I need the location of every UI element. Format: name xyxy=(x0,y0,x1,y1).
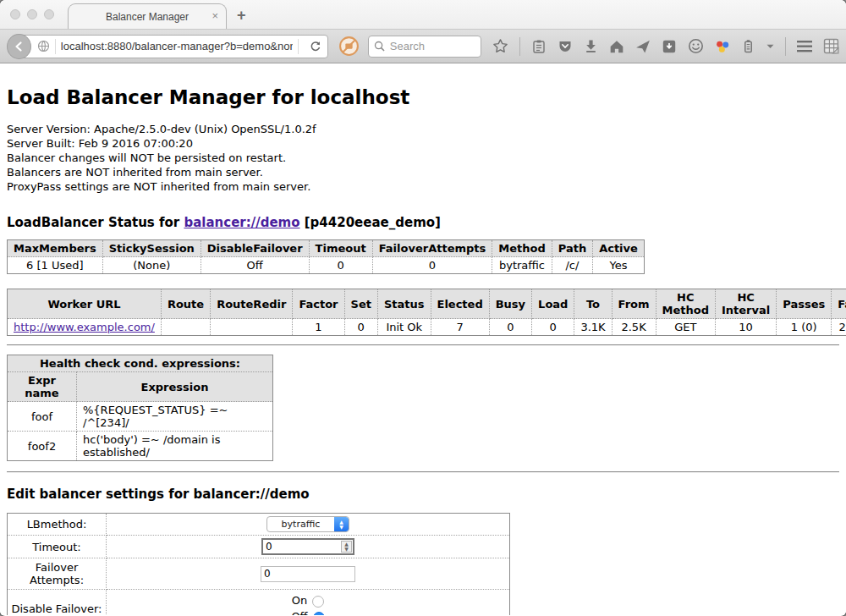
window-controls xyxy=(10,9,54,19)
lbmethod-label: LBmethod: xyxy=(8,514,107,536)
column-header: DisableFailover xyxy=(201,240,309,257)
radio-off-label: Off xyxy=(291,608,307,615)
server-info: Server Version: Apache/2.5.0-dev (Unix) … xyxy=(7,122,839,194)
new-tab-button[interactable]: + xyxy=(237,7,246,25)
cell-from: 2.5K xyxy=(612,319,656,336)
worker-url-link[interactable]: http://www.example.com/ xyxy=(14,321,155,333)
cell-hc-interval: 10 xyxy=(715,319,776,336)
table-row: foof %{REQUEST_STATUS} =~ /^[234]/ xyxy=(8,402,273,432)
persist-note-line: Balancer changes will NOT be persisted o… xyxy=(7,151,839,165)
send-plane-icon[interactable] xyxy=(635,39,651,54)
toolbar-divider xyxy=(785,37,786,56)
downloads-icon[interactable] xyxy=(584,39,598,53)
tab-close-icon[interactable]: × xyxy=(212,10,218,22)
globe-icon xyxy=(37,40,50,52)
close-window-button[interactable] xyxy=(10,9,20,19)
home-icon[interactable] xyxy=(609,39,624,54)
radio-on-label: On xyxy=(292,592,307,608)
column-header: Timeout xyxy=(309,240,372,257)
column-header: HC Method xyxy=(656,289,715,319)
column-header: RouteRedir xyxy=(211,289,293,319)
health-check-table: Health check cond. expressions: Expr nam… xyxy=(7,355,273,461)
timeout-label: Timeout: xyxy=(8,536,107,558)
minimize-window-button[interactable] xyxy=(27,9,37,19)
worker-table: Worker URL Route RouteRedir Factor Set S… xyxy=(7,289,846,336)
health-table-title: Health check cond. expressions: xyxy=(8,355,273,372)
bookmark-star-icon[interactable] xyxy=(492,38,508,54)
url-bar[interactable]: localhost:8880/balancer-manager?b=demo&n… xyxy=(18,35,328,58)
search-bar[interactable] xyxy=(368,36,481,58)
cell-path: /c/ xyxy=(552,257,592,274)
section-divider xyxy=(7,344,839,346)
tab-bar: Balancer Manager × + xyxy=(0,0,846,29)
page-content: Load Balancer Manager for localhost Serv… xyxy=(0,63,846,615)
colored-dots-extension-icon[interactable] xyxy=(715,39,730,54)
section-divider xyxy=(7,471,839,473)
navigation-toolbar: localhost:8880/balancer-manager?b=demo&n… xyxy=(0,29,846,63)
column-header: Factor xyxy=(293,289,344,319)
failover-on-radio[interactable] xyxy=(312,596,324,608)
edit-balancer-form: LBmethod: bytraffic ▲▼ Timeout: ▲▼ xyxy=(7,513,839,615)
column-header: Method xyxy=(492,240,552,257)
table-row: foof2 hc('body') =~ /domain is establish… xyxy=(8,432,273,461)
browser-window: Balancer Manager × + localhost:8880/bala… xyxy=(0,0,846,616)
cell-elected: 7 xyxy=(431,319,489,336)
column-header: StickySession xyxy=(102,240,201,257)
cell-maxmembers: 6 [1 Used] xyxy=(8,257,103,274)
proxypass-note-line: ProxyPass settings are NOT inherited fro… xyxy=(7,179,839,194)
cell-busy: 0 xyxy=(489,319,531,336)
zoom-window-button[interactable] xyxy=(44,9,54,19)
table-row: http://www.example.com/ 1 0 Init Ok 7 0 … xyxy=(8,319,846,336)
reading-list-icon[interactable] xyxy=(531,39,547,54)
settings-form-table: LBmethod: bytraffic ▲▼ Timeout: ▲▼ xyxy=(7,513,510,615)
cell-to: 3.1K xyxy=(574,319,612,336)
tab-title: Balancer Manager xyxy=(106,11,189,23)
search-icon xyxy=(374,41,385,52)
search-input[interactable] xyxy=(390,40,475,52)
column-header: Active xyxy=(593,240,645,257)
plugin-blocked-icon[interactable] xyxy=(338,36,360,57)
cell-timeout: 0 xyxy=(309,257,372,274)
column-header: Path xyxy=(552,240,592,257)
cell-active: Yes xyxy=(593,257,645,274)
column-header: Worker URL xyxy=(8,289,162,319)
chevron-down-icon[interactable] xyxy=(766,44,774,49)
cell-status: Init Ok xyxy=(377,319,431,336)
battery-extension-icon[interactable] xyxy=(741,39,755,53)
number-spinner-icon[interactable]: ▲▼ xyxy=(341,541,352,553)
urlbar-divider xyxy=(298,39,299,54)
tab-balancer-manager[interactable]: Balancer Manager × xyxy=(68,3,227,30)
inbox-extension-icon[interactable] xyxy=(662,39,677,54)
grid-page-extension-icon[interactable] xyxy=(823,38,839,54)
cell-disablefailover: Off xyxy=(201,257,309,274)
reload-icon[interactable] xyxy=(304,41,327,52)
url-text[interactable]: localhost:8880/balancer-manager?b=demo&n… xyxy=(61,40,293,52)
failover-off-radio[interactable] xyxy=(313,612,325,616)
column-header: To xyxy=(574,289,612,319)
cell-expr-name: foof xyxy=(8,402,77,432)
cell-route xyxy=(161,319,210,336)
cell-hc-method: GET xyxy=(656,319,715,336)
smiley-extension-icon[interactable] xyxy=(688,38,704,54)
cell-expression: hc('body') =~ /domain is established/ xyxy=(77,432,273,461)
column-header: MaxMembers xyxy=(8,240,103,257)
cell-method: bytraffic xyxy=(492,257,552,274)
status-heading-prefix: LoadBalancer Status for xyxy=(7,215,184,230)
status-heading-suffix: [p4420eeae_demo] xyxy=(300,215,441,230)
cell-expression: %{REQUEST_STATUS} =~ /^[234]/ xyxy=(77,402,273,432)
balancer-demo-link[interactable]: balancer://demo xyxy=(184,215,299,230)
menu-hamburger-icon[interactable] xyxy=(797,41,812,52)
inherit-note-line: Balancers are NOT inherited from main se… xyxy=(7,165,839,179)
failover-attempts-input[interactable] xyxy=(261,566,355,582)
pocket-icon[interactable] xyxy=(558,39,573,54)
cell-stickysession: (None) xyxy=(102,257,201,274)
column-header: Set xyxy=(344,289,377,319)
column-header: Busy xyxy=(489,289,531,319)
toolbar-divider xyxy=(519,37,520,56)
cell-passes: 1 (0) xyxy=(777,319,832,336)
column-header: Status xyxy=(377,289,431,319)
cell-expr-name: foof2 xyxy=(8,432,77,461)
column-header: Passes xyxy=(777,289,832,319)
lbmethod-select[interactable]: bytraffic ▲▼ xyxy=(266,516,349,532)
back-button[interactable] xyxy=(7,34,31,59)
